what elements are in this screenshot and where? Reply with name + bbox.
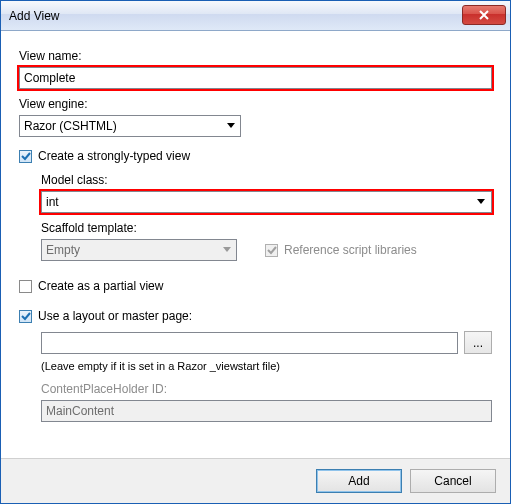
- reference-libs-row: Reference script libraries: [265, 243, 417, 257]
- view-engine-label: View engine:: [19, 97, 492, 111]
- titlebar: Add View: [1, 1, 510, 31]
- model-class-combo[interactable]: [41, 191, 492, 213]
- layout-hint: (Leave empty if it is set in a Razor _vi…: [41, 360, 492, 372]
- check-icon: [21, 151, 31, 161]
- scaffold-template-label: Scaffold template:: [41, 221, 492, 235]
- dialog-body: View name: View engine: Create a strongl…: [1, 31, 510, 458]
- model-class-label: Model class:: [41, 173, 492, 187]
- dialog-footer: Add Cancel: [1, 458, 510, 503]
- reference-libs-checkbox: [265, 244, 278, 257]
- view-name-input[interactable]: [19, 67, 492, 89]
- close-icon: [479, 10, 489, 20]
- strongly-typed-row[interactable]: Create a strongly-typed view: [19, 149, 492, 163]
- use-layout-checkbox[interactable]: [19, 310, 32, 323]
- partial-view-row[interactable]: Create as a partial view: [19, 279, 492, 293]
- check-icon: [267, 245, 277, 255]
- scaffold-template-combo[interactable]: [41, 239, 237, 261]
- model-class-input[interactable]: [41, 191, 492, 213]
- layout-path-input[interactable]: [41, 332, 458, 354]
- strongly-typed-section: Model class: Scaffold template: Referenc…: [41, 167, 492, 261]
- view-name-label: View name:: [19, 49, 492, 63]
- strongly-typed-label: Create a strongly-typed view: [38, 149, 190, 163]
- scaffold-template-value[interactable]: [41, 239, 237, 261]
- partial-view-checkbox[interactable]: [19, 280, 32, 293]
- view-engine-value[interactable]: [19, 115, 241, 137]
- close-button[interactable]: [462, 5, 506, 25]
- check-icon: [21, 311, 31, 321]
- add-button[interactable]: Add: [316, 469, 402, 493]
- cancel-button[interactable]: Cancel: [410, 469, 496, 493]
- use-layout-label: Use a layout or master page:: [38, 309, 192, 323]
- use-layout-row[interactable]: Use a layout or master page:: [19, 309, 492, 323]
- window-title: Add View: [9, 9, 59, 23]
- content-placeholder-label: ContentPlaceHolder ID:: [41, 382, 492, 396]
- content-placeholder-input: [41, 400, 492, 422]
- strongly-typed-checkbox[interactable]: [19, 150, 32, 163]
- dialog-window: Add View View name: View engine: Create …: [0, 0, 511, 504]
- browse-button[interactable]: ...: [464, 331, 492, 354]
- layout-section: ... (Leave empty if it is set in a Razor…: [41, 327, 492, 422]
- partial-view-label: Create as a partial view: [38, 279, 163, 293]
- reference-libs-label: Reference script libraries: [284, 243, 417, 257]
- view-engine-combo[interactable]: [19, 115, 241, 137]
